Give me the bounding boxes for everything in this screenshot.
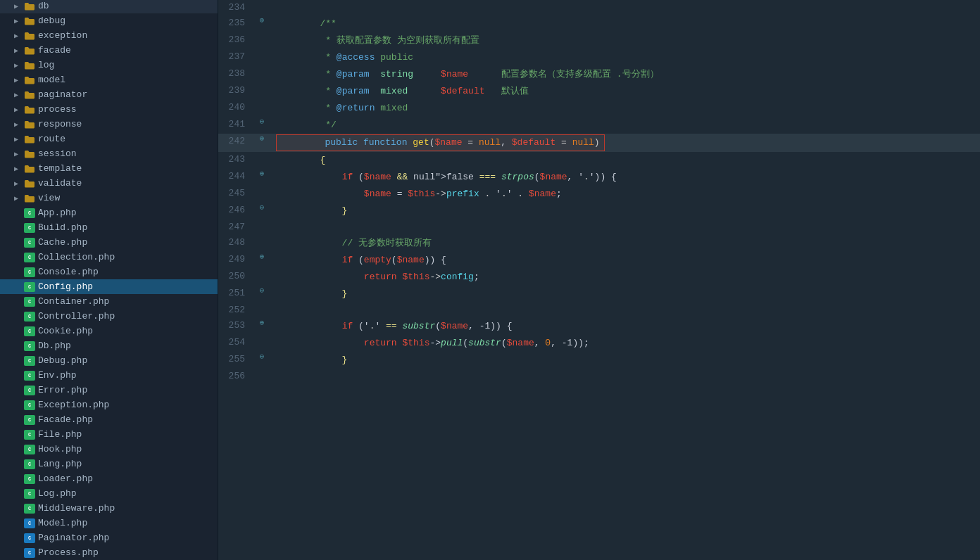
sidebar-item-template[interactable]: ▶ template <box>0 161 218 176</box>
sidebar-item-facade[interactable]: ▶ facade <box>0 43 218 58</box>
sidebar-item-App-php[interactable]: CApp.php <box>0 205 218 220</box>
code-line-252: 252 <box>218 303 980 318</box>
sidebar-item-Loader-php[interactable]: CLoader.php <box>0 471 218 486</box>
code-content-252 <box>270 303 980 304</box>
php-file-icon: C <box>24 208 35 218</box>
code-line-237: 237 * @access public <box>218 49 980 66</box>
tree-arrow-icon: ▶ <box>14 135 24 144</box>
code-content-234 <box>270 0 980 1</box>
sidebar-item-Hook-php[interactable]: CHook.php <box>0 442 218 457</box>
sidebar-item-process[interactable]: ▶ process <box>0 102 218 117</box>
code-editor-main: 234235⊕ /**236 * 获取配置参数 为空则获取所有配置237 * @… <box>218 0 980 560</box>
tree-item-label: Model.php <box>38 518 87 528</box>
code-content-251: } <box>270 286 980 303</box>
sidebar-item-Paginator-php[interactable]: CPaginator.php <box>0 530 218 545</box>
sidebar-item-session[interactable]: ▶ session <box>0 146 218 161</box>
folder-icon <box>24 17 35 25</box>
file-tree-sidebar[interactable]: ▶ db▶ debug▶ exception▶ facade▶ log▶ mod… <box>0 0 218 560</box>
tree-item-label: Paginator.php <box>38 533 109 543</box>
tree-item-label: Debug.php <box>38 355 87 366</box>
sidebar-item-Collection-php[interactable]: CCollection.php <box>0 250 218 265</box>
sidebar-item-Facade-php[interactable]: CFacade.php <box>0 412 218 427</box>
sidebar-item-paginator[interactable]: ▶ paginator <box>0 87 218 102</box>
code-content-241: */ <box>270 117 980 134</box>
code-line-239: 239 * @param mixed $default 默认值 <box>218 83 980 100</box>
sidebar-item-exception[interactable]: ▶ exception <box>0 28 218 43</box>
folder-icon <box>24 2 35 11</box>
tree-item-label: Collection.php <box>38 252 115 262</box>
folder-icon <box>24 179 35 188</box>
sidebar-item-Debug-php[interactable]: CDebug.php <box>0 353 218 368</box>
code-line-253: 253⊕ if ('.' == substr($name, -1)) { <box>218 318 980 335</box>
code-content-245: $name = $this->prefix . '.' . $name; <box>270 186 980 203</box>
sidebar-item-validate[interactable]: ▶ validate <box>0 176 218 191</box>
tree-item-label: Error.php <box>38 385 87 395</box>
code-content-237: * @access public <box>270 49 980 66</box>
tree-item-label: Build.php <box>38 222 87 233</box>
php-file-icon: C <box>24 489 35 499</box>
code-line-238: 238 * @param string $name 配置参数名（支持多级配置 .… <box>218 66 980 83</box>
sidebar-item-Console-php[interactable]: CConsole.php <box>0 265 218 279</box>
line-number: 243 <box>218 152 253 167</box>
sidebar-item-view[interactable]: ▶ view <box>0 191 218 205</box>
tree-arrow-icon: ▶ <box>14 120 24 129</box>
sidebar-item-debug[interactable]: ▶ debug <box>0 13 218 28</box>
code-content-255: } <box>270 352 980 369</box>
code-line-249: 249⊕ if (empty($name)) { <box>218 252 980 269</box>
line-number: 238 <box>218 66 253 82</box>
gutter-icon-253: ⊕ <box>253 318 270 327</box>
sidebar-item-Config-php[interactable]: CConfig.php <box>0 279 218 294</box>
tree-item-label: Middleware.php <box>38 503 115 514</box>
sidebar-item-response[interactable]: ▶ response <box>0 117 218 132</box>
sidebar-item-Env-php[interactable]: CEnv.php <box>0 368 218 383</box>
line-number: 248 <box>218 235 253 250</box>
sidebar-item-Log-php[interactable]: CLog.php <box>0 486 218 501</box>
tree-item-label: view <box>38 193 60 203</box>
gutter-icon-255: ⊖ <box>253 352 270 361</box>
line-number: 253 <box>218 318 253 333</box>
sidebar-item-Model-php[interactable]: CModel.php <box>0 516 218 530</box>
sidebar-item-Exception-php[interactable]: CException.php <box>0 397 218 412</box>
folder-icon <box>24 135 35 144</box>
line-number: 242 <box>218 134 253 149</box>
gutter-icon-235: ⊕ <box>253 15 270 25</box>
gutter-icon-246: ⊖ <box>253 203 270 212</box>
sidebar-item-db[interactable]: ▶ db <box>0 0 218 13</box>
line-number: 241 <box>218 117 253 132</box>
sidebar-item-Build-php[interactable]: CBuild.php <box>0 220 218 235</box>
tree-item-label: File.php <box>38 429 82 440</box>
code-line-234: 234 <box>218 0 980 15</box>
sidebar-item-Cache-php[interactable]: CCache.php <box>0 235 218 250</box>
php-file-icon: C <box>24 253 35 262</box>
tree-item-label: db <box>38 1 49 11</box>
sidebar-item-Controller-php[interactable]: CController.php <box>0 309 218 324</box>
sidebar-item-Process-php[interactable]: CProcess.php <box>0 545 218 560</box>
tree-arrow-icon: ▶ <box>14 61 24 70</box>
php-file-icon: C <box>24 267 35 277</box>
sidebar-item-log[interactable]: ▶ log <box>0 58 218 72</box>
php-file-icon: C <box>24 459 35 469</box>
php-file-icon: C <box>24 548 35 558</box>
tree-item-label: Console.php <box>38 267 99 277</box>
sidebar-item-Lang-php[interactable]: CLang.php <box>0 457 218 471</box>
code-content-244: if ($name && null">false === strpos($nam… <box>270 169 980 186</box>
sidebar-item-File-php[interactable]: CFile.php <box>0 427 218 442</box>
tree-item-label: Config.php <box>38 281 93 292</box>
tree-item-label: validate <box>38 178 82 189</box>
sidebar-item-Middleware-php[interactable]: CMiddleware.php <box>0 501 218 516</box>
sidebar-item-Cookie-php[interactable]: CCookie.php <box>0 324 218 338</box>
line-number: 255 <box>218 352 253 367</box>
sidebar-item-Error-php[interactable]: CError.php <box>0 383 218 397</box>
tree-arrow-icon: ▶ <box>14 46 24 55</box>
code-line-244: 244⊕ if ($name && null">false === strpos… <box>218 169 980 186</box>
tree-arrow-icon: ▶ <box>14 106 24 114</box>
gutter-icon-244: ⊕ <box>253 169 270 178</box>
line-number: 239 <box>218 83 253 98</box>
php-file-icon: C <box>24 415 35 425</box>
php-file-icon: C <box>24 326 35 336</box>
sidebar-item-route[interactable]: ▶ route <box>0 132 218 146</box>
php-file-icon: C <box>24 386 35 395</box>
sidebar-item-Container-php[interactable]: CContainer.php <box>0 294 218 309</box>
sidebar-item-model[interactable]: ▶ model <box>0 72 218 87</box>
sidebar-item-Db-php[interactable]: CDb.php <box>0 338 218 353</box>
